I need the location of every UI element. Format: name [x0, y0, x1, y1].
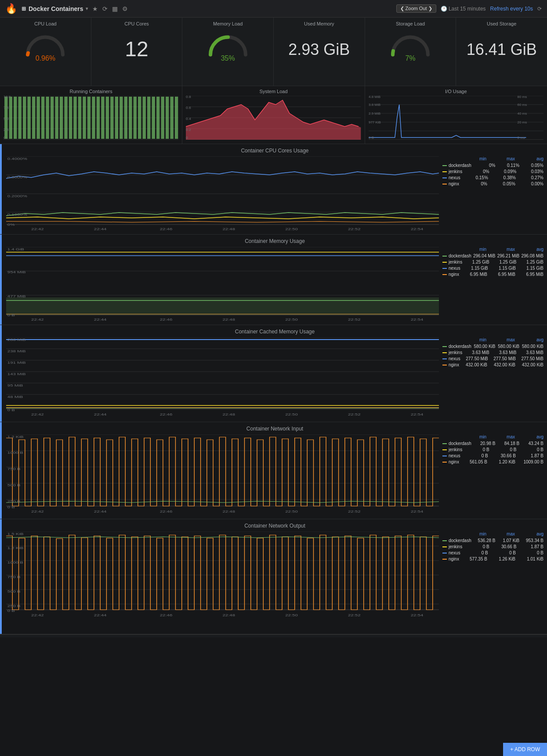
time-range[interactable]: 🕐 Last 15 minutes [441, 6, 486, 12]
svg-rect-11 [32, 97, 35, 139]
svg-text:80 ms: 80 ms [517, 96, 527, 99]
legend-header: min max avg [442, 156, 543, 161]
svg-text:1.2 KiB: 1.2 KiB [7, 435, 24, 439]
mem-nginx-color [442, 274, 447, 275]
svg-rect-40 [166, 97, 169, 139]
nexus-color [442, 177, 447, 178]
cache-legend-dockerdash: dockerdash 580.00 KiB 580.00 KiB 580.00 … [442, 344, 543, 349]
io-usage-chart: I/O Usage 80 ms 60 ms 40 ms 20 ms 0 ms 4… [365, 86, 547, 144]
storage-load-value: 7% [405, 54, 415, 62]
header: 🔥 ⊞ Docker Containers ▾ ★ ⟳ ▦ ⚙ ❮ Zoom O… [0, 0, 547, 18]
svg-text:143 MiB: 143 MiB [7, 372, 26, 376]
svg-text:22:44: 22:44 [94, 613, 107, 617]
refresh-label: Refresh every 10s [490, 6, 533, 12]
dashboard-title[interactable]: ⊞ Docker Containers ▾ [22, 5, 88, 12]
panel-left-bar-2 [0, 235, 2, 325]
legend-max-label: max [486, 156, 515, 161]
cached-memory-chart: 286 MiB 238 MiB 191 MiB 143 MiB 95 MiB 4… [6, 337, 439, 420]
zoom-out-button[interactable]: ❮ Zoom Out ❯ [396, 4, 436, 13]
svg-text:22:52: 22:52 [348, 412, 361, 416]
mid-charts-row: Running Containers [0, 86, 547, 144]
mem-legend-nexus: nexus 1.15 GiB 1.15 GiB 1.15 GiB [442, 266, 543, 271]
svg-text:22:54: 22:54 [411, 510, 424, 514]
svg-text:22:54: 22:54 [411, 227, 424, 231]
svg-text:0%: 0% [7, 223, 15, 227]
svg-text:22:52: 22:52 [348, 318, 361, 322]
storage-load-title: Storage Load [396, 21, 425, 26]
io-usage-svg: 80 ms 60 ms 40 ms 20 ms 0 ms 4.8 MiB 3.8… [369, 96, 543, 140]
cache-legend-nginx: nginx 432.00 KiB 432.00 KiB 432.00 KiB [442, 362, 543, 367]
settings-icon[interactable]: ⚙ [122, 5, 128, 12]
svg-text:0 B: 0 B [7, 408, 15, 412]
svg-text:40 ms: 40 ms [517, 112, 527, 116]
memory-usage-chart-area: 1.4 GiB 954 MiB 477 MiB 0 B 22:42 22:44 … [6, 247, 439, 323]
svg-rect-32 [129, 97, 132, 139]
cached-memory-legend: min max avg dockerdash 580.00 KiB 580.00… [442, 337, 543, 420]
svg-rect-21 [78, 97, 81, 139]
svg-rect-37 [152, 97, 155, 139]
nginx-color [442, 184, 447, 184]
svg-text:22:54: 22:54 [411, 318, 424, 322]
svg-text:750 B: 750 B [7, 575, 21, 579]
grafana-logo[interactable]: 🔥 [5, 3, 17, 14]
svg-text:48 MiB: 48 MiB [7, 395, 23, 399]
svg-text:22:44: 22:44 [94, 510, 107, 514]
cpu-load-title: CPU Load [34, 21, 57, 26]
dockerdash-avg: 0.05% [521, 163, 543, 168]
memory-usage-panel-title: Container Memory Usage [3, 238, 547, 244]
refresh-icon[interactable]: ⟳ [537, 6, 542, 12]
memory-load-title: Memory Load [213, 21, 243, 26]
header-controls: ❮ Zoom Out ❯ 🕐 Last 15 minutes Refresh e… [396, 4, 542, 13]
dockerdash-max: 0.11% [497, 163, 519, 168]
svg-text:0.1000%: 0.1000% [7, 213, 27, 217]
svg-rect-22 [83, 97, 86, 139]
running-containers-title: Running Containers [4, 89, 178, 94]
stat-card-memory-load: Memory Load 35% [182, 18, 274, 86]
svg-text:22:42: 22:42 [31, 613, 44, 617]
svg-text:22:46: 22:46 [160, 510, 173, 514]
svg-text:250 B: 250 B [7, 604, 21, 608]
svg-rect-42 [175, 97, 178, 139]
svg-text:95 MiB: 95 MiB [7, 383, 23, 387]
svg-text:22:42: 22:42 [31, 227, 44, 231]
cached-memory-title: Container Cached Memory Usage [3, 329, 547, 335]
star-icon[interactable]: ★ [92, 5, 98, 12]
network-output-panel: Container Network Output 1.5 KiB 1.2 KiB… [0, 519, 547, 634]
svg-text:954 MiB: 954 MiB [7, 270, 26, 274]
legend-min-label: min [458, 156, 486, 161]
legend-row-nexus: nexus 0.15% 0.38% 0.27% [442, 175, 543, 180]
svg-rect-6 [9, 97, 12, 139]
svg-rect-31 [124, 97, 127, 139]
svg-text:1000 B: 1000 B [7, 451, 24, 455]
svg-rect-34 [138, 97, 141, 139]
svg-text:22:44: 22:44 [94, 412, 107, 416]
svg-rect-15 [51, 97, 54, 139]
cpu-cores-legend: min max avg dockerdash 0% 0.11% 0.05% je… [442, 156, 543, 232]
svg-text:22:42: 22:42 [31, 510, 44, 514]
svg-rect-17 [60, 97, 63, 139]
svg-rect-27 [106, 97, 109, 139]
dockerdash-min: 0% [473, 163, 496, 168]
nexus-min: 0.15% [462, 175, 488, 180]
svg-text:22:44: 22:44 [94, 318, 107, 322]
svg-text:1.2 KiB: 1.2 KiB [7, 546, 24, 550]
nexus-avg: 0.27% [518, 175, 543, 180]
memory-load-value: 35% [221, 54, 235, 62]
svg-rect-19 [69, 97, 72, 139]
svg-text:0 B: 0 B [7, 313, 15, 317]
used-storage-title: Used Storage [487, 21, 516, 26]
svg-rect-38 [156, 97, 159, 139]
svg-rect-24 [92, 97, 95, 139]
svg-text:7.5: 7.5 [4, 106, 9, 110]
svg-rect-28 [110, 97, 113, 139]
net-in-nginx: nginx 561.05 B 1.20 KiB 1009.00 B [442, 459, 543, 464]
cached-memory-panel: Container Cached Memory Usage 286 [0, 325, 547, 422]
svg-text:22:48: 22:48 [223, 412, 235, 416]
svg-text:22:46: 22:46 [160, 227, 173, 231]
copy-icon[interactable]: ⟳ [102, 5, 108, 12]
svg-rect-9 [23, 97, 26, 139]
svg-text:22:44: 22:44 [94, 227, 107, 231]
legend-max-label-2: max [486, 247, 515, 252]
share-icon[interactable]: ▦ [112, 5, 118, 12]
jenkins-color [442, 171, 447, 172]
